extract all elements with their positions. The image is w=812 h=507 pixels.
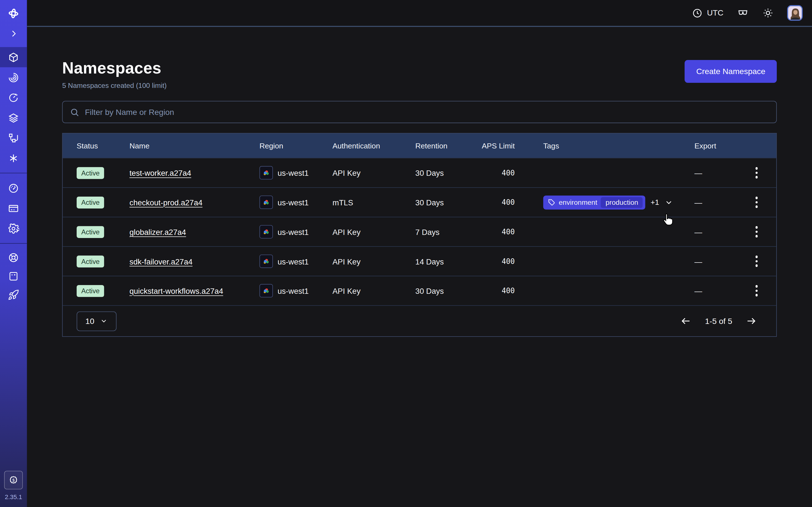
- table-row: Active globalizer.a27a4 us-west1 API Key…: [63, 217, 776, 246]
- status-badge: Active: [77, 255, 104, 267]
- row-actions-kebab-menu[interactable]: [746, 221, 767, 242]
- glasses-icon: [737, 7, 749, 19]
- sidebar-item-support-lifering-icon[interactable]: [0, 248, 27, 267]
- timezone-selector[interactable]: UTC: [692, 8, 723, 18]
- region-cell: us-west1: [259, 225, 333, 238]
- sidebar-item-rocket-icon[interactable]: [0, 286, 27, 304]
- sidebar-item-branch-icon[interactable]: [0, 128, 27, 148]
- region-label: us-west1: [277, 198, 308, 207]
- sidebar-credits-button[interactable]: $: [4, 471, 23, 489]
- sidebar-divider: [0, 173, 27, 173]
- theme-toggle-button[interactable]: [762, 7, 774, 18]
- row-actions-kebab-menu[interactable]: [746, 163, 767, 183]
- table-row: Active checkout-prod.a27a4 us-west1 mTLS…: [63, 187, 776, 217]
- sidebar-item-timer-icon[interactable]: [0, 87, 27, 108]
- col-header-authentication: Authentication: [333, 142, 415, 150]
- labs-glasses-button[interactable]: [737, 7, 749, 19]
- prev-page-button[interactable]: [680, 316, 692, 327]
- region-label: us-west1: [277, 257, 308, 266]
- retention-cell: 30 Days: [415, 286, 480, 295]
- region-cell: us-west1: [259, 195, 333, 209]
- temporal-logo[interactable]: [0, 0, 27, 27]
- search-icon: [69, 107, 80, 117]
- auth-cell: API Key: [333, 168, 415, 177]
- sidebar-item-billing-card-icon[interactable]: [0, 198, 27, 218]
- page-size-value: 10: [86, 316, 94, 326]
- sidebar-item-asterisk-icon[interactable]: [0, 148, 27, 168]
- create-namespace-button[interactable]: Create Namespace: [685, 60, 777, 83]
- auth-cell: API Key: [333, 257, 415, 266]
- table-body: Active test-worker.a27a4 us-west1 API Ke…: [63, 158, 776, 305]
- col-header-status: Status: [63, 142, 130, 150]
- tag-icon: [548, 199, 555, 206]
- auth-cell: API Key: [333, 286, 415, 295]
- row-actions-kebab-menu[interactable]: [746, 192, 767, 212]
- aps-cell: 400: [480, 198, 543, 206]
- aps-cell: 400: [480, 228, 543, 236]
- sidebar-item-usage-gauge-icon[interactable]: [0, 178, 27, 198]
- namespace-link[interactable]: quickstart-workflows.a27a4: [130, 286, 223, 295]
- arrow-left-icon: [680, 316, 692, 327]
- table-footer: 10 1-5 of 5: [63, 305, 776, 336]
- col-header-retention: Retention: [415, 142, 480, 150]
- sidebar-item-layers-icon[interactable]: [0, 108, 27, 128]
- google-cloud-icon: [259, 225, 273, 238]
- retention-cell: 30 Days: [415, 168, 480, 177]
- google-cloud-icon: [259, 195, 273, 209]
- retention-cell: 14 Days: [415, 257, 480, 266]
- col-header-export: Export: [695, 142, 736, 150]
- sidebar-expand-chevron-icon[interactable]: [0, 27, 27, 41]
- region-cell: us-west1: [259, 166, 333, 180]
- chevron-down-icon: [100, 317, 108, 325]
- aps-cell: 400: [480, 257, 543, 265]
- sidebar-nav-group-1: [0, 47, 27, 168]
- region-cell: us-west1: [259, 284, 333, 297]
- namespace-link[interactable]: test-worker.a27a4: [130, 168, 191, 177]
- namespace-link[interactable]: sdk-failover.a27a4: [130, 257, 193, 266]
- namespace-link[interactable]: checkout-prod.a27a4: [130, 198, 202, 207]
- user-avatar[interactable]: [787, 5, 803, 20]
- region-label: us-west1: [277, 168, 308, 177]
- tags-cell: environment production +1: [543, 195, 695, 209]
- next-page-button[interactable]: [746, 316, 757, 327]
- page-title: Namespaces: [62, 59, 167, 77]
- filter-search-input[interactable]: [85, 107, 769, 117]
- aps-cell: 400: [480, 169, 543, 177]
- tags-expand-chevron-icon[interactable]: [664, 198, 673, 207]
- filter-search-bar[interactable]: [62, 101, 777, 123]
- sidebar-item-namespaces[interactable]: [0, 47, 27, 67]
- page-size-select[interactable]: 10: [77, 311, 116, 331]
- col-header-name: Name: [130, 142, 259, 150]
- sun-icon: [762, 7, 774, 18]
- retention-cell: 30 Days: [415, 198, 480, 207]
- sidebar-item-spiral-icon[interactable]: [0, 67, 27, 88]
- page-subtitle: 5 Namespaces created (100 limit): [62, 82, 167, 90]
- row-actions-kebab-menu[interactable]: [746, 281, 767, 301]
- table-row: Active quickstart-workflows.a27a4 us-wes…: [63, 276, 776, 305]
- export-cell: —: [695, 286, 736, 295]
- table-header-row: Status Name Region Authentication Retent…: [63, 133, 776, 158]
- main-content: Namespaces 5 Namespaces created (100 lim…: [27, 28, 812, 507]
- google-cloud-icon: [259, 284, 273, 297]
- row-actions-kebab-menu[interactable]: [746, 251, 767, 272]
- namespace-link[interactable]: globalizer.a27a4: [130, 227, 186, 236]
- app-version: 2.35.1: [5, 494, 22, 501]
- credits-badge-icon: $: [8, 475, 18, 485]
- pagination-range: 1-5 of 5: [705, 316, 732, 326]
- col-header-tags: Tags: [543, 142, 695, 150]
- google-cloud-icon: [259, 166, 273, 180]
- sidebar: $ 2.35.1: [0, 0, 27, 507]
- sidebar-item-getting-started-icon[interactable]: [0, 267, 27, 286]
- tag-key: environment: [559, 198, 597, 206]
- arrow-right-icon: [746, 316, 757, 327]
- tag-value: production: [601, 197, 643, 208]
- google-cloud-icon: [259, 255, 273, 268]
- region-label: us-west1: [277, 286, 308, 295]
- tag-chip[interactable]: environment production: [543, 195, 645, 209]
- clock-icon: [692, 8, 703, 18]
- status-badge: Active: [77, 196, 104, 208]
- region-cell: us-west1: [259, 255, 333, 268]
- sidebar-item-settings-gear-icon[interactable]: [0, 218, 27, 238]
- col-header-region: Region: [259, 142, 333, 150]
- aps-cell: 400: [480, 287, 543, 295]
